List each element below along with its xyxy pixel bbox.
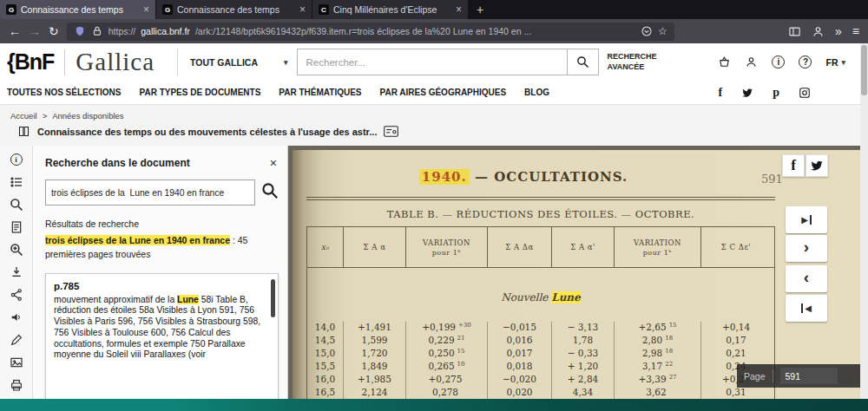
bookmark-star-icon[interactable]: ☆ [658,25,667,37]
document-badge-icon[interactable] [384,126,398,137]
overflow-icon[interactable]: » [835,25,842,37]
header-utility-icons: i ? FR ▾ [718,55,845,68]
facebook-share-button[interactable]: f [782,154,805,177]
breadcrumb-home[interactable]: Accueil [10,111,37,121]
share-button[interactable] [9,287,24,302]
reload-icon[interactable]: ↻ [49,25,59,37]
browser-window: GConnaissance des temps×GConnaissance de… [0,0,868,411]
first-page-button[interactable]: ◀ [786,295,827,322]
nav-item[interactable]: BLOG [524,88,549,97]
window-scrollbar[interactable] [860,43,868,399]
twitter-share-button[interactable] [806,154,828,177]
close-icon[interactable]: × [270,156,277,170]
table-cell: 1,849 [344,361,406,374]
audio-button[interactable] [9,310,24,324]
browser-tab[interactable]: GConnaissance des temps× [156,0,312,19]
next-page-button[interactable]: › [786,235,827,262]
result-page-ref[interactable]: p.785 [54,281,264,291]
site-search-button[interactable] [568,49,599,75]
column-header: Σ A α' [570,243,595,251]
table-cell: +0,199+30 [406,322,488,335]
table-cell: − 0,33 [552,348,615,361]
table-cell: 16,5 [307,387,344,399]
nav-item[interactable]: PAR THÉMATIQUES [279,88,361,97]
info-icon: i [10,153,23,166]
twitter-icon[interactable] [741,87,753,99]
scrollbar-thumb[interactable] [861,45,867,95]
column-header: Σ A α [364,243,386,251]
basket-icon[interactable] [718,55,731,68]
pinterest-icon[interactable]: p [773,86,779,100]
contents-button[interactable] [9,174,24,189]
table-cell: +0,275 [406,374,488,387]
nav-item[interactable]: PAR TYPES DE DOCUMENTS [140,88,261,97]
skip-end-icon: ▶ [801,216,808,225]
site-search-input[interactable] [297,49,568,75]
document-viewer[interactable]: 1940. — OCCULTATIONS. 591 TABLE B. — RÉD… [288,146,860,399]
text-mode-button[interactable] [9,219,24,234]
forward-icon[interactable]: → [29,25,41,37]
browser-tab[interactable]: GConnaissance des temps× [0,0,156,19]
breadcrumb-current[interactable]: Années disponibles [52,111,123,121]
bnf-logo[interactable]: {BnF [7,49,54,75]
column-header: Σ A Δα [505,243,533,251]
advanced-search-link[interactable]: RECHERCHE AVANCÉE [608,52,657,72]
table-cell: 14,5 [307,335,344,348]
pocket-icon[interactable] [641,25,653,37]
scope-selector[interactable]: TOUT GALLICA ▾ [177,49,288,76]
bottom-taskbar [0,399,868,411]
info-icon[interactable]: i [772,55,785,68]
sidebar-icon[interactable] [788,25,801,38]
table-cell: + 2,84 [552,374,615,387]
table-cell: 0,31 [701,387,771,399]
main-nav: TOUTES NOS SÉLECTIONSPAR TYPES DE DOCUME… [0,81,868,104]
tracking-shield-icon[interactable] [74,25,86,37]
table-cell: + 1,20 [552,361,615,374]
tab-close-icon[interactable]: × [453,3,462,16]
search-in-document-button[interactable] [9,197,24,212]
gallica-logo[interactable]: Gallica [76,48,155,76]
language-selector[interactable]: FR ▾ [825,57,845,68]
scan-heading-text: — OCCULTATIONS. [475,169,628,185]
table-cell: +2,6515 [615,322,701,335]
nav-item[interactable]: PAR AIRES GÉOGRAPHIQUES [380,88,507,97]
nav-item[interactable]: TOUTES NOS SÉLECTIONS [7,88,122,97]
zoom-button[interactable] [9,242,24,257]
results-summary: trois éclipses de la Lune en 1940 en fra… [45,234,278,262]
url-bar[interactable]: https:// gallica.bnf.fr /ark:/12148/bpt6… [67,23,674,41]
document-title[interactable]: Connaissance des temps ou des mouvements… [37,127,377,137]
account-icon[interactable] [812,25,825,38]
instagram-icon[interactable] [799,87,811,99]
last-page-button[interactable]: ▶ [786,206,827,233]
document-search-button[interactable] [261,182,279,203]
previous-page-button[interactable]: ‹ [786,265,827,292]
page-number-input[interactable] [780,368,838,384]
results-scrollbar[interactable] [271,279,275,317]
menu-icon[interactable]: ≡ [852,25,859,37]
browser-tab[interactable]: CCinq Millénaires d'Eclipse× [312,0,469,19]
table-cell: 14,0 [307,322,344,335]
download-button[interactable] [9,264,24,279]
info-button[interactable]: i [9,152,24,166]
tab-bar: GConnaissance des temps×GConnaissance de… [0,0,868,19]
snippet-highlight: Lune [177,295,199,304]
back-icon[interactable]: ← [9,25,21,37]
document-search-input[interactable] [45,179,255,206]
breadcrumb-separator: > [43,111,48,121]
new-tab-button[interactable]: + [469,0,491,19]
browser-toolbar: ← → ↻ https:// gallica.bnf.fr /ark:/1214… [0,19,868,43]
snippet-text: mouvement approximatif de la [54,295,177,304]
tab-close-icon[interactable]: × [141,3,149,16]
scanned-page[interactable]: 1940. — OCCULTATIONS. 591 TABLE B. — RÉD… [293,150,860,399]
search-result-item[interactable]: p.785 mouvement approximatif de la Lune … [45,273,279,401]
table-cell: +1,491 [344,322,406,335]
clip-button[interactable] [9,355,24,369]
account-icon[interactable] [745,55,758,68]
annotate-button[interactable] [9,332,24,347]
table-cell: 2,9818 [615,348,701,361]
page-field-label: Page [744,371,766,382]
facebook-icon[interactable]: f [719,86,723,100]
help-icon[interactable]: ? [799,55,812,68]
tab-close-icon[interactable]: × [297,3,306,16]
print-button[interactable] [9,377,24,392]
